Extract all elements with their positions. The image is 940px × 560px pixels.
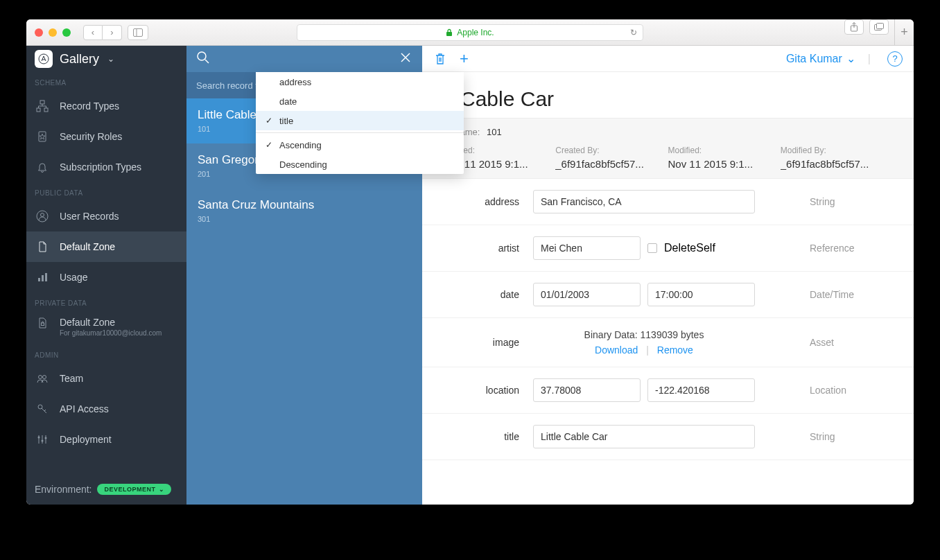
- svg-rect-18: [42, 323, 44, 326]
- sidebar-item-sub: For gitakumar10000@icloud.com: [60, 329, 162, 337]
- field-label: title: [443, 431, 533, 442]
- dropdown-separator: [256, 132, 464, 133]
- title-input[interactable]: [533, 425, 755, 448]
- record-name-value: 101: [487, 127, 502, 137]
- sidebar-item-default-zone[interactable]: Default Zone: [26, 231, 186, 262]
- dropdown-item-ascending[interactable]: ✓Ascending: [256, 135, 464, 155]
- sidebar-item-label: User Records: [60, 211, 119, 222]
- add-button[interactable]: +: [460, 50, 469, 68]
- address-input[interactable]: [533, 190, 755, 213]
- field-title: title String: [422, 414, 914, 460]
- sidebar-item-record-types[interactable]: Record Types: [26, 91, 186, 121]
- date-input[interactable]: [533, 283, 641, 306]
- chevron-down-icon: ⌄: [846, 52, 855, 65]
- delete-self-checkbox[interactable]: [647, 243, 657, 253]
- svg-rect-0: [134, 28, 143, 36]
- field-date: date Date/Time: [422, 272, 914, 318]
- window-titlebar: ‹ › Apple Inc. ↻ +: [26, 19, 914, 46]
- sidebar-item-label: API Access: [60, 403, 109, 414]
- share-button[interactable]: [844, 19, 864, 35]
- address-bar[interactable]: Apple Inc. ↻: [297, 24, 643, 41]
- tabs-button[interactable]: [869, 19, 889, 35]
- field-image: image Binary Data: 1139039 bytes Downloa…: [422, 318, 914, 367]
- app-selector[interactable]: Gallery ⌄: [26, 46, 186, 72]
- share-icon: [850, 22, 858, 32]
- artist-input[interactable]: [533, 236, 641, 260]
- field-type: Reference: [810, 243, 893, 254]
- field-address: address String: [422, 179, 914, 225]
- svg-rect-15: [38, 278, 40, 281]
- sidebar-toggle-button[interactable]: [128, 25, 148, 40]
- lon-input[interactable]: [647, 378, 755, 402]
- field-label: location: [443, 385, 533, 396]
- time-input[interactable]: [647, 283, 755, 306]
- search-icon[interactable]: [196, 51, 210, 67]
- environment-footer: Environment: DEVELOPMENT ⌄: [26, 474, 186, 505]
- created-by-value: _6f91fac8bf5cf57...: [555, 158, 668, 170]
- dropdown-item-descending[interactable]: Descending: [256, 155, 464, 174]
- svg-rect-17: [45, 273, 47, 281]
- field-type: Asset: [810, 337, 893, 348]
- sidebar-item-api-access[interactable]: API Access: [26, 394, 186, 424]
- svg-point-19: [39, 376, 42, 379]
- svg-rect-16: [42, 275, 44, 281]
- key-icon: [35, 403, 50, 415]
- field-type: String: [810, 431, 893, 442]
- sidebar-item-usage[interactable]: Usage: [26, 262, 186, 292]
- sidebar-item-private-zone[interactable]: Default Zone For gitakumar10000@icloud.c…: [26, 311, 186, 344]
- env-label: Environment:: [35, 484, 92, 495]
- download-link[interactable]: Download: [595, 344, 638, 356]
- delete-button[interactable]: [433, 52, 447, 66]
- sidebar-item-user-records[interactable]: User Records: [26, 201, 186, 231]
- svg-rect-2: [446, 32, 452, 36]
- check-icon: ✓: [266, 116, 272, 125]
- lock-document-icon: [35, 317, 50, 329]
- dropdown-item-title[interactable]: ✓title: [256, 111, 464, 130]
- sidebar-item-security-roles[interactable]: Security Roles: [26, 121, 186, 152]
- sidebar-item-label: Default Zone: [60, 317, 162, 328]
- env-value: DEVELOPMENT: [104, 486, 155, 493]
- svg-point-26: [42, 440, 44, 442]
- created-by-label: Created By:: [555, 146, 668, 155]
- address-text: Apple Inc.: [457, 28, 494, 37]
- zoom-window-button[interactable]: [62, 28, 71, 37]
- remove-link[interactable]: Remove: [657, 344, 693, 356]
- account-menu[interactable]: Gita Kumar ⌄: [786, 52, 855, 65]
- detail-toolbar: + Gita Kumar ⌄ | ?: [422, 46, 914, 72]
- sidebar-item-subscription-types[interactable]: Subscription Types: [26, 152, 186, 182]
- record-item[interactable]: Santa Cruz Mountains 301: [186, 189, 422, 234]
- forward-button[interactable]: ›: [103, 25, 122, 40]
- sidebar-item-label: Subscription Types: [60, 161, 141, 173]
- minimize-window-button[interactable]: [49, 28, 57, 37]
- reload-icon[interactable]: ↻: [630, 28, 637, 37]
- field-label: image: [443, 337, 533, 348]
- close-icon[interactable]: [399, 51, 412, 67]
- binary-info: Binary Data: 1139039 bytes: [584, 329, 704, 340]
- env-pill[interactable]: DEVELOPMENT ⌄: [97, 484, 171, 495]
- new-tab-button[interactable]: +: [894, 19, 914, 46]
- field-type: Location: [810, 385, 893, 396]
- field-label: date: [443, 289, 533, 300]
- record-list-panel: Search record t Little Cable Car 101 San…: [186, 46, 422, 505]
- close-window-button[interactable]: [35, 28, 43, 37]
- traffic-lights: [35, 28, 71, 37]
- app-store-icon: [38, 53, 49, 64]
- dropdown-item-address[interactable]: address: [256, 72, 464, 91]
- tabs-icon: [874, 23, 884, 31]
- sidebar-item-deployment[interactable]: Deployment: [26, 424, 186, 455]
- sidebar-item-label: Team: [60, 373, 83, 384]
- back-button[interactable]: ‹: [83, 25, 103, 40]
- modified-by-label: Modified By:: [781, 146, 893, 155]
- record-meta: rd Name: 101 Created: Nov 11 2015 9:1...…: [422, 118, 914, 179]
- sidebar-item-label: Usage: [60, 272, 87, 283]
- lat-input[interactable]: [533, 378, 641, 402]
- help-button[interactable]: ?: [887, 51, 903, 67]
- modified-value: Nov 11 2015 9:1...: [668, 158, 781, 170]
- sidebar-item-label: Security Roles: [60, 131, 122, 142]
- svg-point-20: [43, 376, 46, 379]
- app-window: ‹ › Apple Inc. ↻ + G: [26, 19, 914, 505]
- sidebar-item-team[interactable]: Team: [26, 363, 186, 394]
- sidebar-item-label: Record Types: [60, 100, 119, 112]
- dropdown-item-date[interactable]: date: [256, 91, 464, 111]
- field-artist: artist DeleteSelf Reference: [422, 225, 914, 272]
